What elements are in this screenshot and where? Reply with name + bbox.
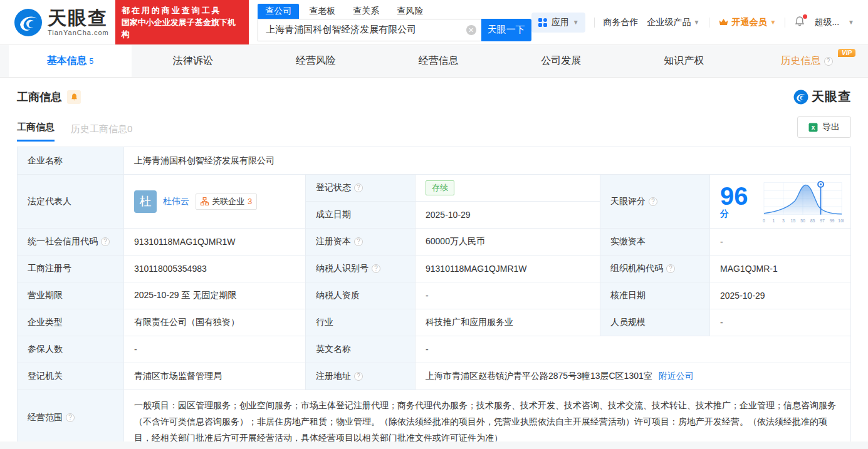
reg-authority-value: 青浦区市场监督管理局 bbox=[124, 363, 306, 390]
related-companies-label: 关联企业 bbox=[212, 196, 244, 207]
nearby-companies-link[interactable]: 附近公司 bbox=[659, 371, 694, 382]
svg-text:1: 1 bbox=[772, 218, 775, 222]
field-label: 注册地址? bbox=[306, 363, 416, 390]
subtab-history-business-info[interactable]: 历史工商信息0 bbox=[71, 123, 132, 142]
tab-basic-info[interactable]: 基本信息 5 bbox=[9, 45, 132, 77]
help-icon[interactable]: ? bbox=[372, 264, 380, 273]
tab-legal[interactable]: 法律诉讼 bbox=[132, 45, 254, 77]
help-icon[interactable]: ? bbox=[354, 372, 363, 381]
help-icon[interactable]: ? bbox=[354, 237, 363, 246]
svg-text:x: x bbox=[812, 124, 815, 131]
apps-menu[interactable]: 应用 ▼ bbox=[531, 13, 585, 33]
tianyancha-logo-icon bbox=[14, 8, 43, 37]
search-tabs: 查公司 查老板 查关系 查风险 bbox=[258, 4, 531, 19]
notification-bell[interactable] bbox=[794, 16, 805, 29]
section-title: 工商信息 bbox=[17, 90, 62, 105]
reg-status-cell: 存续 bbox=[416, 175, 600, 202]
field-label: 企业类型 bbox=[18, 309, 124, 336]
vip-badge: VIP bbox=[838, 49, 855, 57]
logo-text: 天眼查 bbox=[48, 9, 109, 28]
slogan-line1: 都在用的商业查询工具 bbox=[122, 4, 243, 16]
export-label: 导出 bbox=[822, 121, 840, 133]
reg-capital-value: 60000万人民币 bbox=[416, 229, 600, 255]
caret-down-icon: ▼ bbox=[770, 19, 776, 26]
header-divider bbox=[785, 18, 785, 28]
enterprise-products-menu[interactable]: 企业级产品 ▼ bbox=[647, 17, 700, 28]
tianyancha-logo-icon bbox=[793, 90, 808, 105]
field-label: 纳税人资质 bbox=[306, 282, 416, 309]
crown-icon bbox=[718, 18, 729, 27]
user-account-menu[interactable]: 超级... ▼ bbox=[814, 17, 854, 28]
field-label: 注册资本? bbox=[306, 229, 416, 255]
table-row: 经营范围? 一般项目：园区管理服务；创业空间服务；市场主体登记注册代理；商务代理… bbox=[18, 390, 851, 445]
caret-down-icon: ▼ bbox=[694, 19, 700, 26]
field-label: 实缴资本 bbox=[600, 229, 710, 255]
clear-icon[interactable]: ✕ bbox=[466, 25, 476, 35]
search-tab-risk[interactable]: 查风险 bbox=[389, 4, 431, 19]
apps-label: 应用 bbox=[552, 17, 569, 28]
business-coop-link[interactable]: 商务合作 bbox=[604, 17, 639, 28]
svg-text:85: 85 bbox=[810, 218, 815, 222]
field-label: 组织机构代码? bbox=[600, 255, 710, 282]
subtab-business-info[interactable]: 工商信息 bbox=[17, 121, 55, 142]
table-row: 企业名称 上海青浦国科创智经济发展有限公司 bbox=[18, 147, 851, 175]
open-vip-menu[interactable]: 开通会员 ▼ bbox=[718, 17, 776, 28]
export-button[interactable]: x 导出 bbox=[797, 116, 851, 138]
taxpayer-quality-value: - bbox=[416, 282, 600, 309]
field-label: 登记状态 ? bbox=[306, 175, 416, 202]
org-code-value: MAG1QJMR-1 bbox=[710, 255, 851, 282]
search-tab-company[interactable]: 查公司 bbox=[258, 4, 299, 19]
slogan-line2: 国家中小企业发展子基金旗下机构 bbox=[122, 16, 243, 40]
search-button[interactable]: 天眼一下 bbox=[481, 19, 531, 41]
apps-grid-icon bbox=[538, 18, 548, 28]
avatar[interactable]: 杜 bbox=[134, 190, 157, 213]
table-row: 企业类型 有限责任公司（国有独资） 行业 科技推广和应用服务业 人员规模 - bbox=[18, 309, 851, 336]
svg-text:97: 97 bbox=[820, 218, 825, 222]
legal-rep-cell: 杜 杜伟云 关联企业 3 bbox=[124, 175, 306, 229]
status-date-stack: 登记状态 ? 存续 成立日期 2025-10-29 bbox=[306, 175, 600, 229]
tab-basic-info-label: 基本信息 bbox=[47, 54, 87, 68]
svg-text:15: 15 bbox=[791, 218, 796, 222]
tab-intellectual-property[interactable]: 知识产权 bbox=[622, 45, 745, 77]
help-icon[interactable]: ? bbox=[101, 237, 110, 246]
svg-text:3: 3 bbox=[782, 218, 785, 222]
reg-status-label: 登记状态 bbox=[316, 182, 351, 194]
search-input[interactable] bbox=[258, 24, 481, 35]
score-distribution-chart[interactable]: 0 1 3 15 50 85 97 99 100 bbox=[761, 178, 844, 225]
help-icon[interactable]: ? bbox=[824, 57, 833, 66]
help-icon[interactable]: ? bbox=[66, 413, 75, 422]
help-icon[interactable]: ? bbox=[354, 183, 363, 192]
search-tab-boss[interactable]: 查老板 bbox=[301, 4, 343, 19]
legal-rep-link[interactable]: 杜伟云 bbox=[163, 196, 189, 207]
notification-dot bbox=[803, 14, 807, 19]
field-label: 纳税人识别号? bbox=[306, 255, 416, 282]
tab-history-info-label: 历史信息 bbox=[781, 54, 821, 68]
tab-company-development[interactable]: 公司发展 bbox=[499, 45, 622, 77]
field-label: 行业 bbox=[306, 309, 416, 336]
industry-value: 科技推广和应用服务业 bbox=[416, 309, 600, 336]
tab-company-development-label: 公司发展 bbox=[541, 54, 581, 68]
field-label: 天眼评分 ? bbox=[600, 175, 710, 229]
business-info-table: 企业名称 上海青浦国科创智经济发展有限公司 法定代表人 杜 杜伟云 关联企业 3 bbox=[17, 147, 851, 445]
staff-size-value: - bbox=[710, 309, 851, 336]
tab-operation-risk[interactable]: 经营风险 bbox=[254, 45, 377, 77]
org-chart-icon bbox=[201, 197, 209, 205]
score-cell: 96分 bbox=[710, 175, 851, 229]
watermark-logo: 天眼查 bbox=[793, 88, 851, 105]
related-companies-badge[interactable]: 关联企业 3 bbox=[196, 194, 257, 210]
subscribe-bell-button[interactable] bbox=[67, 90, 81, 104]
table-row: 登记机关 青浦区市场监督管理局 注册地址? 上海市青浦区赵巷镇沪青平公路2875… bbox=[18, 363, 851, 390]
tab-history-info[interactable]: VIP 历史信息 ? bbox=[745, 45, 868, 77]
field-label: 法定代表人 bbox=[18, 175, 124, 229]
field-label: 人员规模 bbox=[600, 309, 710, 336]
watermark-text: 天眼查 bbox=[812, 88, 851, 105]
field-label: 登记机关 bbox=[18, 363, 124, 390]
help-icon[interactable]: ? bbox=[649, 197, 657, 206]
slogan-banner: 都在用的商业查询工具 国家中小企业发展子基金旗下机构 bbox=[115, 0, 249, 44]
help-icon[interactable]: ? bbox=[666, 264, 675, 273]
search-tab-relation[interactable]: 查关系 bbox=[345, 4, 387, 19]
taxpayer-id-value: 91310118MAG1QJMR1W bbox=[416, 255, 600, 282]
tianyancha-logo[interactable]: 天眼查 TianYanCha.com bbox=[14, 8, 109, 37]
tab-operation-info[interactable]: 经营信息 bbox=[377, 45, 500, 77]
table-row: 统一社会信用代码? 91310118MAG1QJMR1W 注册资本? 60000… bbox=[18, 229, 851, 255]
